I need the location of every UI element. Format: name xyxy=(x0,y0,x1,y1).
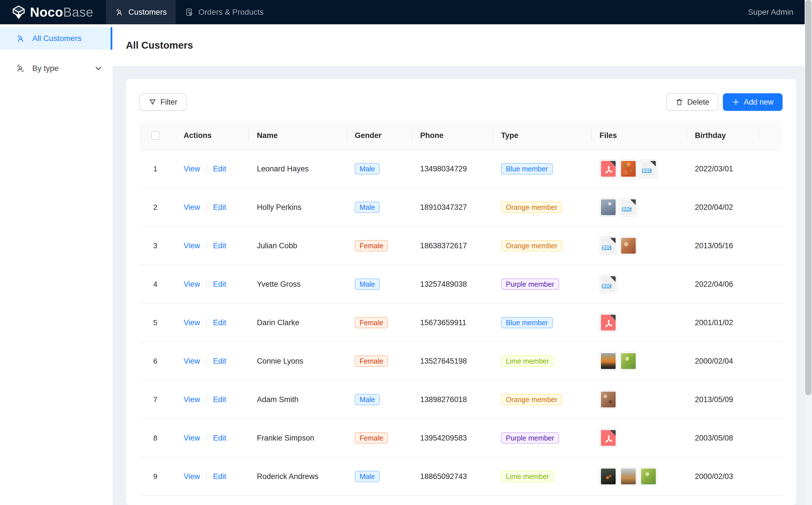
actions-cell: ViewEdit xyxy=(171,203,249,212)
doc-file-icon[interactable]: DOC xyxy=(620,198,637,216)
files-cell xyxy=(591,390,687,409)
nav-tab-label: Orders & Products xyxy=(198,8,263,17)
gender-tag: Female xyxy=(355,355,388,367)
view-link[interactable]: View xyxy=(184,434,200,443)
edit-link[interactable]: Edit xyxy=(213,165,226,173)
name-cell: Connie Lyons xyxy=(249,357,347,366)
scrollbar-thumb[interactable] xyxy=(805,0,811,395)
view-link[interactable]: View xyxy=(184,357,200,366)
member-type-tag: Blue member xyxy=(501,317,553,328)
edit-link[interactable]: Edit xyxy=(213,241,226,250)
image-attachment-thumbnail[interactable] xyxy=(620,352,637,370)
row-index-cell: 1 xyxy=(139,165,171,173)
nav-tab-orders-products[interactable]: Orders & Products xyxy=(176,0,272,24)
sidebar-item-all-customers[interactable]: All Customers xyxy=(0,27,112,50)
image-attachment-thumbnail[interactable] xyxy=(599,198,617,216)
gender-tag: Male xyxy=(355,163,380,174)
doc-file-icon[interactable]: DOC xyxy=(640,159,657,178)
gender-tag: Male xyxy=(355,202,380,213)
pdf-file-icon[interactable] xyxy=(599,313,617,332)
pdf-file-icon[interactable] xyxy=(599,159,617,178)
files-group xyxy=(599,352,637,370)
brand-name-light: Base xyxy=(63,5,93,19)
nav-tab-customers[interactable]: Customers xyxy=(106,0,176,24)
doc-label: DOC xyxy=(622,207,632,211)
column-header-actions: Actions xyxy=(171,121,249,150)
type-cell: Blue member xyxy=(493,163,591,174)
edit-link[interactable]: Edit xyxy=(213,357,226,366)
column-header-files: Files xyxy=(591,121,687,150)
doc-file-icon[interactable]: DOC xyxy=(599,275,617,294)
row-index-cell: 9 xyxy=(139,472,171,481)
view-link[interactable]: View xyxy=(184,165,200,173)
image-attachment-thumbnail[interactable] xyxy=(599,467,617,486)
top-navbar: NocoBase CustomersOrders & Products Supe… xyxy=(0,0,812,24)
image-attachment-thumbnail[interactable] xyxy=(620,159,637,178)
table-row: 9ViewEditRoderick AndrewsMale18865092743… xyxy=(139,458,783,496)
delete-button[interactable]: Delete xyxy=(666,93,718,111)
column-header-gender: Gender xyxy=(347,121,412,150)
image-attachment-thumbnail[interactable] xyxy=(640,467,657,486)
actions-divider xyxy=(206,357,207,365)
doc-label: DOC xyxy=(602,284,612,289)
view-link[interactable]: View xyxy=(184,318,200,327)
add-new-button[interactable]: Add new xyxy=(723,93,783,111)
nav-tabs: CustomersOrders & Products xyxy=(106,0,273,24)
pdf-file-icon[interactable] xyxy=(599,429,617,447)
edit-link[interactable]: Edit xyxy=(213,472,226,481)
sidebar-item-label: All Customers xyxy=(32,34,103,43)
actions-divider xyxy=(206,473,207,480)
doc-file-icon[interactable]: DOC xyxy=(599,236,617,255)
actions-divider xyxy=(206,203,207,211)
name-cell: Darin Clarke xyxy=(249,318,347,327)
chevron-down-icon xyxy=(94,63,103,73)
doc-icon: DOC xyxy=(601,238,616,254)
view-link[interactable]: View xyxy=(184,395,200,404)
table-header-row: ActionsNameGenderPhoneTypeFilesBirthday xyxy=(139,121,783,150)
edit-link[interactable]: Edit xyxy=(213,434,226,443)
edit-link[interactable]: Edit xyxy=(213,318,226,327)
files-cell xyxy=(591,313,687,332)
name-cell: Yvette Gross xyxy=(249,280,347,289)
edit-link[interactable]: Edit xyxy=(213,395,226,404)
view-link[interactable]: View xyxy=(184,280,200,289)
image-attachment-thumbnail[interactable] xyxy=(620,467,637,486)
actions-cell: ViewEdit xyxy=(171,357,249,366)
image-attachment-thumbnail[interactable] xyxy=(620,236,637,255)
photo-thumbnail xyxy=(621,353,636,369)
member-type-tag: Purple member xyxy=(501,432,559,444)
page-fold xyxy=(610,161,616,167)
edit-link[interactable]: Edit xyxy=(213,203,226,212)
row-index-cell: 2 xyxy=(139,203,171,212)
actions-divider xyxy=(206,319,207,327)
gender-cell: Male xyxy=(347,163,412,174)
sidebar-item-by-type[interactable]: By type xyxy=(0,57,112,80)
table-row: 6ViewEditConnie LyonsFemale13527645198Li… xyxy=(139,342,783,381)
select-all-checkbox[interactable] xyxy=(151,131,160,140)
image-attachment-thumbnail[interactable] xyxy=(599,390,617,409)
name-cell: Holly Perkins xyxy=(249,203,347,212)
filter-icon xyxy=(149,98,156,106)
phone-cell: 18910347327 xyxy=(412,203,493,212)
edit-link[interactable]: Edit xyxy=(213,280,226,289)
brand-logo[interactable]: NocoBase xyxy=(0,0,106,24)
doc-icon: DOC xyxy=(621,199,636,215)
actions-cell: ViewEdit xyxy=(171,395,249,404)
view-link[interactable]: View xyxy=(184,241,200,250)
view-link[interactable]: View xyxy=(184,472,200,481)
type-cell: Purple member xyxy=(493,279,591,290)
user-menu[interactable]: Super Admin xyxy=(748,0,812,24)
actions-cell: ViewEdit xyxy=(171,241,249,250)
view-link[interactable]: View xyxy=(184,203,200,212)
name-cell: Julian Cobb xyxy=(249,241,347,250)
name-cell: Roderick Andrews xyxy=(249,472,347,481)
birthday-cell: 2000/02/03 xyxy=(687,472,759,481)
files-group xyxy=(599,313,617,332)
birthday-cell: 2013/05/09 xyxy=(687,395,759,404)
gender-cell: Male xyxy=(347,471,412,482)
image-attachment-thumbnail[interactable] xyxy=(599,352,617,370)
filter-button[interactable]: Filter xyxy=(139,93,186,111)
actions-divider xyxy=(206,434,207,442)
files-cell: DOC xyxy=(591,159,687,178)
member-type-tag: Orange member xyxy=(501,202,562,213)
